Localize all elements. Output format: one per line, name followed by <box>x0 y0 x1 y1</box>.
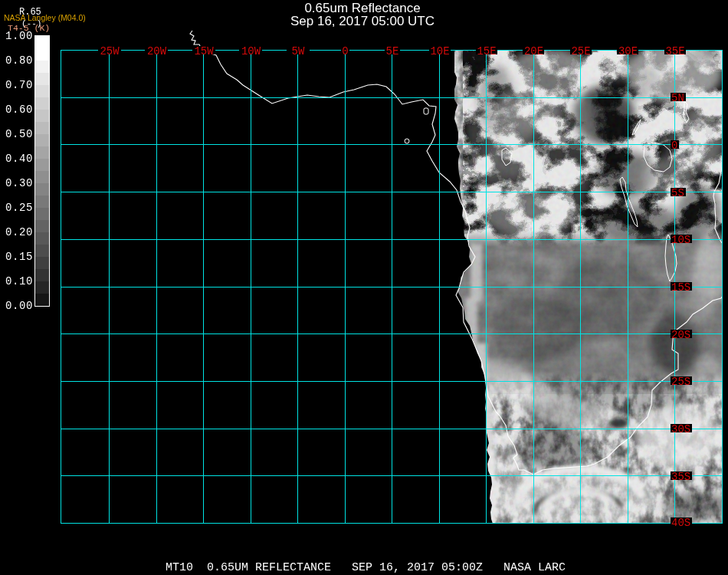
svg-text:MT10 0.65UM REFLECTANCE SEP: MT10 0.65UM REFLECTANCE SEP 16, 2017 05:… <box>166 561 566 574</box>
svg-text:0.80: 0.80 <box>5 54 33 67</box>
svg-text:5N: 5N <box>671 92 684 104</box>
svg-text:30E: 30E <box>618 45 638 58</box>
svg-text:0.60: 0.60 <box>5 104 33 116</box>
svg-text:0.30: 0.30 <box>5 177 33 189</box>
svg-text:5S: 5S <box>671 187 684 199</box>
svg-text:20S: 20S <box>671 329 690 341</box>
svg-text:NASA Langley (M04.0): NASA Langley (M04.0) <box>4 13 86 22</box>
svg-text:25S: 25S <box>671 376 690 388</box>
svg-text:40S: 40S <box>671 517 690 529</box>
svg-text:20W: 20W <box>147 45 167 58</box>
svg-text:0: 0 <box>671 140 677 152</box>
svg-text:Sep 16, 2017 05:00 UTC: Sep 16, 2017 05:00 UTC <box>290 14 435 28</box>
svg-text:5W: 5W <box>292 45 305 58</box>
svg-text:T4-5 (K): T4-5 (K) <box>8 23 50 33</box>
svg-text:0.40: 0.40 <box>5 153 33 165</box>
svg-text:0.10: 0.10 <box>5 275 33 288</box>
svg-text:15S: 15S <box>671 281 690 294</box>
svg-text:0.15: 0.15 <box>5 251 33 263</box>
svg-text:0.20: 0.20 <box>5 226 33 238</box>
svg-text:30S: 30S <box>671 423 690 435</box>
svg-text:25W: 25W <box>100 45 120 58</box>
svg-text:0.25: 0.25 <box>5 202 33 214</box>
svg-text:10E: 10E <box>430 45 449 58</box>
svg-text:0: 0 <box>342 45 348 58</box>
svg-text:5E: 5E <box>386 45 399 58</box>
svg-text:35E: 35E <box>665 45 684 58</box>
svg-text:15W: 15W <box>194 45 214 58</box>
svg-text:0.70: 0.70 <box>5 79 33 91</box>
svg-text:0.00: 0.00 <box>5 300 33 312</box>
svg-text:25E: 25E <box>571 45 590 58</box>
svg-text:0.50: 0.50 <box>5 128 33 140</box>
svg-text:20E: 20E <box>524 45 543 58</box>
svg-text:10W: 10W <box>241 45 261 58</box>
svg-text:35S: 35S <box>671 471 690 483</box>
svg-text:10S: 10S <box>671 234 690 246</box>
svg-text:15E: 15E <box>477 45 496 58</box>
